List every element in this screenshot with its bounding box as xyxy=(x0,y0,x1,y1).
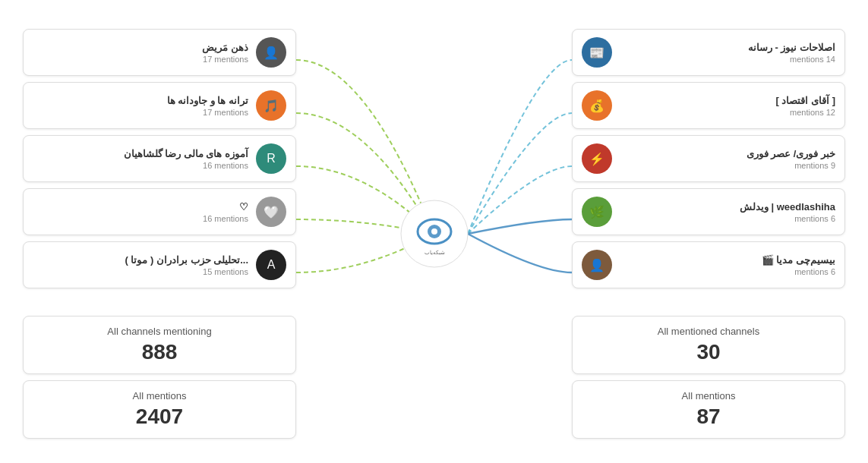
channel-info: آموزه های مالی رضا گلشاهیان 16 mentions xyxy=(33,148,248,170)
channel-mentions: 14 mentions xyxy=(620,55,835,64)
right-channel-card: ⚡ خبر فوری/ عصر فوری 9 mentions xyxy=(572,135,845,182)
left-channel-card: آموزه های مالی رضا گلشاهیان 16 mentions … xyxy=(23,135,296,182)
channel-avatar: ⚡ xyxy=(582,143,612,174)
channel-name: [ آقای اقتصاد ] xyxy=(620,95,835,106)
channel-avatar: 🌿 xyxy=(582,197,612,227)
channel-avatar: A xyxy=(256,250,286,280)
stat-card-right-1: All mentions 87 xyxy=(572,380,845,439)
channel-name: آموزه های مالی رضا گلشاهیان xyxy=(33,148,248,159)
stat-label: All mentioned channels xyxy=(588,326,829,337)
right-channel-card: 🌿 weedlashiha | ویدلش 6 mentions xyxy=(572,188,845,235)
channel-avatar: 💰 xyxy=(582,90,612,121)
channel-mentions: 17 mentions xyxy=(33,55,248,64)
channel-mentions: 6 mentions xyxy=(620,214,835,223)
channel-name: ♡ xyxy=(33,201,248,213)
channel-mentions: 17 mentions xyxy=(33,108,248,117)
channel-avatar: 👤 xyxy=(582,250,612,280)
channel-info: ذهن مَریض 17 mentions xyxy=(33,42,248,64)
left-channel-list: ذهن مَریض 17 mentions 👤 ترانه ها و جاودا… xyxy=(23,29,296,288)
channel-info: ♡ 16 mentions xyxy=(33,201,248,223)
channel-info: اصلاحات نیوز - رسانه 14 mentions xyxy=(620,42,835,64)
left-channel-card: ♡ 16 mentions 🤍 xyxy=(23,188,296,235)
channel-mentions: 6 mentions xyxy=(620,267,835,276)
channel-info: خبر فوری/ عصر فوری 9 mentions xyxy=(620,148,835,170)
stat-card-left-1: All mentions 2407 xyxy=(23,380,296,439)
channel-mentions: 12 mentions xyxy=(620,108,835,117)
stat-value: 30 xyxy=(588,340,829,364)
channel-mentions: 16 mentions xyxy=(33,214,248,223)
left-channel-card: ...تحلیلی حزب برادران ( موتا ) 15 mentio… xyxy=(23,241,296,288)
channel-info: بیسیم‌چی مدیا 🎬 6 mentions xyxy=(620,254,835,276)
main-diagram: ذهن مَریض 17 mentions 👤 ترانه ها و جاودا… xyxy=(0,21,868,446)
channel-name: بیسیم‌چی مدیا 🎬 xyxy=(620,254,835,266)
channel-info: [ آقای اقتصاد ] 12 mentions xyxy=(620,95,835,117)
channel-name: ذهن مَریض xyxy=(33,42,248,53)
channel-name: خبر فوری/ عصر فوری xyxy=(620,148,835,159)
channel-mentions: 15 mentions xyxy=(33,267,248,276)
channel-mentions: 16 mentions xyxy=(33,161,248,170)
stat-label: All mentions xyxy=(588,390,829,402)
svg-text:شبکه‌یاب: شبکه‌یاب xyxy=(424,250,444,255)
channel-name: اصلاحات نیوز - رسانه xyxy=(620,42,835,53)
channel-info: weedlashiha | ویدلش 6 mentions xyxy=(620,201,835,223)
channel-avatar: 📰 xyxy=(582,37,612,68)
left-channel-card: ذهن مَریض 17 mentions 👤 xyxy=(23,29,296,76)
channel-info: ترانه ها و جاودانه ها 17 mentions xyxy=(33,95,248,117)
stat-label: All channels mentioning xyxy=(39,326,280,337)
channel-info: ...تحلیلی حزب برادران ( موتا ) 15 mentio… xyxy=(33,254,248,276)
channel-avatar: R xyxy=(256,143,286,174)
stat-value: 888 xyxy=(39,340,280,364)
stat-value: 2407 xyxy=(39,405,280,429)
right-channel-card: 👤 بیسیم‌چی مدیا 🎬 6 mentions xyxy=(572,241,845,288)
right-channel-list: 📰 اصلاحات نیوز - رسانه 14 mentions 💰 [ آ… xyxy=(572,29,845,288)
channel-name: ترانه ها و جاودانه ها xyxy=(33,95,248,106)
stat-card-left-0: All channels mentioning 888 xyxy=(23,316,296,374)
right-channel-card: 💰 [ آقای اقتصاد ] 12 mentions xyxy=(572,82,845,129)
stat-value: 87 xyxy=(588,405,829,429)
stat-label: All mentions xyxy=(39,390,280,402)
channel-mentions: 9 mentions xyxy=(620,161,835,170)
channel-name: ...تحلیلی حزب برادران ( موتا ) xyxy=(33,254,248,266)
page-title xyxy=(0,0,868,14)
channel-avatar: 🎵 xyxy=(256,90,286,121)
right-channel-card: 📰 اصلاحات نیوز - رسانه 14 mentions xyxy=(572,29,845,76)
bottom-right-stats: All mentioned channels 30 All mentions 8… xyxy=(572,316,845,439)
svg-point-3 xyxy=(431,228,437,235)
channel-avatar: 👤 xyxy=(256,37,286,68)
stat-card-right-0: All mentioned channels 30 xyxy=(572,316,845,374)
left-channel-card: ترانه ها و جاودانه ها 17 mentions 🎵 xyxy=(23,82,296,129)
center-logo: شبکه‌یاب xyxy=(400,200,469,268)
channel-avatar: 🤍 xyxy=(256,197,286,227)
channel-name: weedlashiha | ویدلش xyxy=(620,201,835,213)
bottom-left-stats: All channels mentioning 888 All mentions… xyxy=(23,316,296,439)
